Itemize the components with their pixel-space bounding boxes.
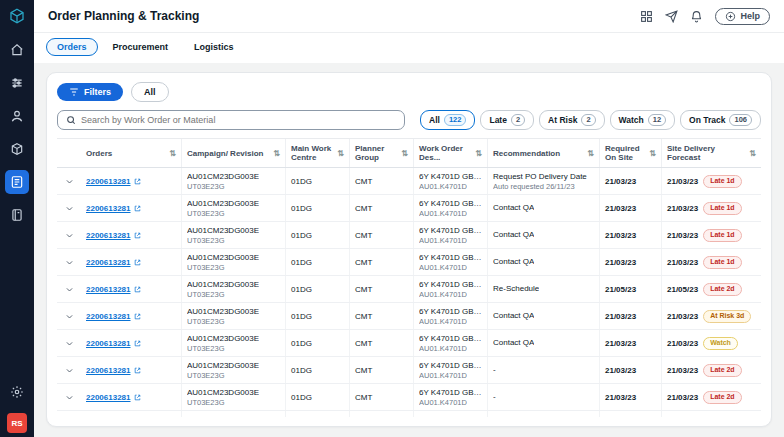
- order-link[interactable]: 2200613281: [86, 393, 131, 403]
- sort-icon[interactable]: ⇅: [169, 149, 176, 158]
- filter-toolbar: Filters All: [57, 82, 761, 102]
- avatar[interactable]: RS: [7, 413, 27, 433]
- required-on-site-cell: 21/03/23: [599, 195, 661, 221]
- sort-icon[interactable]: ⇅: [587, 149, 594, 158]
- expand-row-button[interactable]: [57, 330, 81, 356]
- order-link[interactable]: 2200613281: [86, 312, 131, 322]
- chip-all[interactable]: All122: [420, 110, 475, 130]
- sidebar-item-packages[interactable]: [5, 137, 29, 161]
- work-order-desc-cell: 6Y K4701D GBO...AU01.K4701D: [413, 222, 487, 248]
- sidebar-item-home[interactable]: [5, 38, 29, 62]
- expand-row-button[interactable]: [57, 411, 81, 417]
- sort-icon[interactable]: ⇅: [649, 149, 656, 158]
- main-work-centre-cell: 01DG: [285, 303, 349, 329]
- feedback-send-icon[interactable]: [665, 10, 678, 23]
- planner-group-cell: CMT: [349, 222, 413, 248]
- tab-orders[interactable]: Orders: [46, 38, 98, 56]
- work-order-desc-cell: 6Y K4701D GBO...AU01.K4701D: [413, 330, 487, 356]
- user-icon: [10, 109, 24, 123]
- filters-button[interactable]: Filters: [57, 83, 123, 101]
- header-recommendation: Recommendation⇅: [487, 139, 599, 167]
- external-link-icon: [134, 340, 141, 347]
- planner-group-cell: CMT: [349, 357, 413, 383]
- campaign-cell: AU01CM23DG003EUT03E23G: [181, 357, 285, 383]
- main-work-centre-cell: 01DG: [285, 195, 349, 221]
- planner-group-cell: CMT: [349, 303, 413, 329]
- expand-row-button[interactable]: [57, 276, 81, 302]
- external-link-icon: [134, 232, 141, 239]
- order-link[interactable]: 2200613281: [86, 204, 131, 214]
- expand-row-button[interactable]: [57, 384, 81, 410]
- order-cell: 2200613281: [81, 411, 181, 417]
- help-button[interactable]: Help: [715, 8, 770, 25]
- package-icon: [10, 142, 24, 156]
- orders-table: Orders⇅ Campaign/ Revision⇅ Main Work Ce…: [57, 138, 761, 417]
- header-work-order-desc: Work Order Des...⇅: [413, 139, 487, 167]
- sort-icon[interactable]: ⇅: [273, 149, 280, 158]
- tab-procurement[interactable]: Procurement: [102, 38, 180, 56]
- search-box[interactable]: [57, 110, 405, 130]
- sort-icon[interactable]: ⇅: [401, 149, 408, 158]
- tab-logistics[interactable]: Logistics: [183, 38, 245, 56]
- campaign-cell: AU01CM23DG003EUT03E23G: [181, 276, 285, 302]
- expand-row-button[interactable]: [57, 303, 81, 329]
- header-actions: Help: [640, 8, 770, 25]
- order-link[interactable]: 2200613281: [86, 339, 131, 349]
- sort-icon[interactable]: ⇅: [475, 149, 482, 158]
- order-link[interactable]: 2200613281: [86, 366, 131, 376]
- expand-row-button[interactable]: [57, 195, 81, 221]
- planner-group-cell: CMT: [349, 168, 413, 194]
- site-delivery-forecast-cell: 21/03/23 Late 1d: [661, 222, 761, 248]
- planner-group-cell: CMT: [349, 276, 413, 302]
- order-link[interactable]: 2200613281: [86, 231, 131, 241]
- recommendation-cell: Contact QA: [487, 222, 599, 248]
- chip-at-risk[interactable]: At Risk2: [539, 110, 604, 130]
- order-cell: 2200613281: [81, 276, 181, 302]
- order-cell: 2200613281: [81, 249, 181, 275]
- expand-row-button[interactable]: [57, 357, 81, 383]
- chevron-down-icon: [65, 258, 74, 267]
- chip-on-track[interactable]: On Track106: [680, 110, 761, 130]
- campaign-cell: AU01CM23DG003EUT03E23G: [181, 411, 285, 417]
- order-link[interactable]: 2200613281: [86, 177, 131, 187]
- header-required-on-site: Required On Site⇅: [599, 139, 661, 167]
- chip-count: 12: [648, 114, 666, 126]
- chip-late[interactable]: Late2: [480, 110, 534, 130]
- chevron-down-icon: [65, 366, 74, 375]
- expand-row-button[interactable]: [57, 168, 81, 194]
- recommendation-cell: Contact QA: [487, 249, 599, 275]
- sidebar-item-users[interactable]: [5, 104, 29, 128]
- sidebar-item-settings[interactable]: [5, 380, 29, 404]
- sidebar-item-journal[interactable]: [5, 203, 29, 227]
- header-expand: [57, 139, 81, 167]
- order-link[interactable]: 2200613281: [86, 285, 131, 295]
- expand-row-button[interactable]: [57, 222, 81, 248]
- sidebar-item-settings-sliders[interactable]: [5, 71, 29, 95]
- required-on-site-cell: 21/03/23: [599, 222, 661, 248]
- shortcuts-grid-icon[interactable]: [640, 10, 653, 23]
- site-delivery-forecast-cell: 21/03/23 Late 2d: [661, 357, 761, 383]
- table-row: 2200613281 AU01CM23DG003EUT03E23G 01DG C…: [57, 249, 761, 276]
- chip-watch[interactable]: Watch12: [610, 110, 676, 130]
- work-order-desc-cell: 6Y K4701D GBO...AU01.K4701D: [413, 168, 487, 194]
- chip-count: 2: [581, 114, 595, 126]
- chevron-down-icon: [65, 339, 74, 348]
- home-icon: [10, 43, 24, 57]
- expand-row-button[interactable]: [57, 249, 81, 275]
- work-order-desc-cell: 6Y K4701D GBO...AU01.K4701D: [413, 276, 487, 302]
- main-work-centre-cell: 01DG: [285, 222, 349, 248]
- notifications-bell-icon[interactable]: [690, 10, 703, 23]
- sort-icon[interactable]: ⇅: [337, 149, 344, 158]
- status-badge: Watch: [703, 337, 738, 350]
- all-filter-button[interactable]: All: [131, 82, 169, 102]
- sort-icon[interactable]: ⇅: [749, 149, 756, 158]
- table-row: 2200613281 AU01CM23DG003EUT03E23G 01DG C…: [57, 276, 761, 303]
- header-campaign: Campaign/ Revision⇅: [181, 139, 285, 167]
- tabs: Orders Procurement Logistics: [34, 33, 784, 63]
- search-input[interactable]: [81, 115, 396, 125]
- order-link[interactable]: 2200613281: [86, 258, 131, 268]
- order-cell: 2200613281: [81, 303, 181, 329]
- status-badge: Late 2d: [703, 391, 742, 404]
- status-badge: Late 2d: [703, 283, 742, 296]
- sidebar-item-orders[interactable]: [5, 170, 29, 194]
